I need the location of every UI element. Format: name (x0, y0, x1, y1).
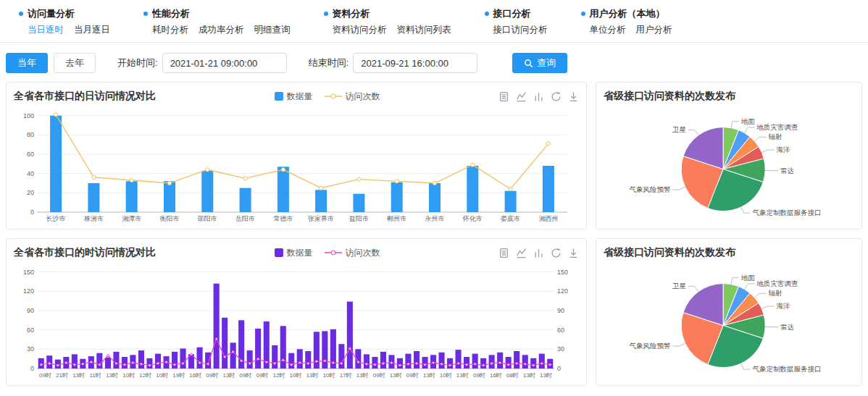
refresh-icon[interactable] (551, 91, 562, 102)
svg-text:湘潭市: 湘潭市 (122, 215, 141, 222)
data-view-icon[interactable] (498, 91, 509, 102)
download-icon[interactable] (568, 248, 579, 258)
pie-bottom-title: 省级接口访问资料的次数发布 (604, 246, 735, 259)
svg-text:雷达: 雷达 (780, 167, 794, 174)
svg-text:13时: 13时 (523, 372, 535, 379)
daily-chart-header: 全省各市接口的日访问情况对比 数据量访问次数 (14, 88, 579, 105)
bar-chart-icon[interactable] (533, 91, 544, 102)
nav-item[interactable]: 资料访问列表 (397, 24, 451, 36)
nav-item[interactable]: 接口访问分析 (493, 24, 548, 36)
line-chart-icon[interactable] (516, 91, 527, 102)
svg-text:10时: 10时 (290, 372, 302, 379)
nav-item[interactable]: 耗时分析 (152, 24, 188, 36)
daily-chart-title: 全省各市接口的日访问情况对比 (14, 90, 156, 103)
svg-text:20: 20 (27, 189, 34, 196)
this-year-button[interactable]: 当年 (6, 53, 48, 73)
nav-item[interactable]: 明细查询 (254, 24, 291, 36)
svg-text:湘西州: 湘西州 (538, 215, 558, 222)
svg-text:怀化市: 怀化市 (462, 215, 483, 222)
svg-text:60: 60 (27, 327, 34, 334)
svg-text:13时: 13时 (423, 372, 435, 379)
svg-text:30: 30 (27, 345, 34, 353)
search-button[interactable]: 查询 (512, 53, 567, 73)
svg-text:气象定制数据服务接口: 气象定制数据服务接口 (753, 208, 822, 216)
svg-text:卫星: 卫星 (672, 282, 687, 290)
legend-item[interactable]: 数据量 (275, 247, 313, 259)
nav-item[interactable]: 当月逐日 (74, 24, 110, 36)
svg-text:13时: 13时 (72, 372, 85, 379)
nav-section-title: 接口分析 (485, 7, 548, 20)
legend-item[interactable]: 访问次数 (325, 247, 380, 259)
nav-sub-links: 资料访问分析资料访问列表 (333, 24, 451, 36)
nav-section: 性能分析耗时分析成功率分析明细查询 (143, 7, 291, 36)
nav-section: 资料分析资料访问分析资料访问列表 (324, 7, 451, 36)
nav-item[interactable]: 资料访问分析 (333, 24, 387, 36)
svg-text:长沙市: 长沙市 (46, 215, 66, 222)
refresh-icon[interactable] (551, 248, 562, 258)
pie-chart-canvas-bottom: 地面地质灾害调查辐射海洋雷达气象定制数据服务接口气象风险预警卫星 (604, 261, 853, 380)
bullet-icon (143, 12, 148, 16)
nav-item[interactable]: 成功率分析 (199, 24, 244, 36)
svg-text:13时: 13时 (222, 372, 235, 379)
daily-chart-legend: 数据量访问次数 (275, 90, 380, 103)
svg-text:90: 90 (557, 307, 564, 314)
svg-text:150: 150 (557, 269, 568, 276)
line-chart-icon[interactable] (516, 248, 527, 258)
svg-text:益阳市: 益阳市 (349, 215, 369, 222)
filter-bar: 当年 去年 开始时间: 结束时间: 查询 (0, 43, 868, 73)
svg-text:株洲市: 株洲市 (84, 215, 104, 222)
svg-text:16时: 16时 (490, 372, 502, 379)
svg-text:60: 60 (557, 327, 564, 334)
svg-text:09时: 09时 (473, 372, 485, 379)
nav-sub-links: 接口访问分析 (493, 24, 548, 36)
nav-section-title: 访问量分析 (19, 7, 110, 20)
search-button-label: 查询 (537, 56, 556, 69)
last-year-button[interactable]: 去年 (54, 53, 96, 73)
svg-text:09时: 09时 (206, 372, 218, 379)
svg-text:13时: 13时 (390, 372, 402, 379)
nav-sub-links: 单位分析用户分析 (590, 24, 672, 36)
legend-item[interactable]: 访问次数 (325, 90, 380, 103)
nav-section-title-text: 性能分析 (152, 7, 190, 20)
bullet-icon (581, 12, 585, 16)
svg-text:衡阳市: 衡阳市 (160, 215, 180, 222)
nav-sub-links: 耗时分析成功率分析明细查询 (152, 24, 291, 36)
pie-top-header: 省级接口访问资料的次数发布 (604, 88, 854, 105)
hourly-chart-toolbox (498, 248, 579, 258)
svg-text:10时: 10时 (122, 372, 135, 379)
svg-text:120: 120 (23, 287, 34, 295)
svg-text:13时: 13时 (540, 372, 552, 379)
nav-sub-links: 当日逐时当月逐日 (28, 24, 110, 36)
svg-text:21时: 21时 (56, 372, 68, 379)
svg-text:张家界市: 张家界市 (308, 215, 334, 222)
svg-text:邵阳市: 邵阳市 (198, 215, 217, 222)
bar-chart-icon[interactable] (533, 248, 544, 258)
nav-section-title: 用户分析（本地） (581, 7, 672, 20)
svg-text:雷达: 雷达 (780, 323, 794, 331)
download-icon[interactable] (568, 91, 579, 102)
nav-item[interactable]: 当日逐时 (28, 24, 64, 36)
svg-text:30: 30 (557, 345, 564, 353)
top-nav: 访问量分析当日逐时当月逐日性能分析耗时分析成功率分析明细查询资料分析资料访问分析… (0, 0, 868, 43)
svg-text:09时: 09时 (406, 372, 419, 379)
svg-text:90: 90 (27, 307, 34, 314)
nav-section-title-text: 访问量分析 (28, 7, 75, 20)
legend-label: 访问次数 (346, 247, 380, 259)
end-time-label: 结束时间: (309, 56, 349, 69)
svg-text:09时: 09时 (39, 372, 51, 379)
start-time-input[interactable] (162, 53, 287, 73)
nav-item[interactable]: 单位分析 (590, 24, 626, 36)
svg-text:13时: 13时 (106, 372, 118, 379)
nav-section-title: 性能分析 (143, 7, 291, 20)
end-time-input[interactable] (353, 53, 477, 73)
svg-text:气象风险预警: 气象风险预警 (630, 185, 672, 193)
legend-item[interactable]: 数据量 (275, 90, 313, 103)
nav-item[interactable]: 用户分析 (636, 24, 672, 36)
svg-text:10时: 10时 (323, 372, 335, 379)
svg-text:地质灾害调查: 地质灾害调查 (756, 279, 798, 287)
hourly-bar-line-chart-canvas: 0030306060909012012015015009时21时13时11时13… (14, 261, 577, 380)
svg-text:12时: 12时 (139, 372, 151, 379)
svg-text:100: 100 (23, 112, 34, 119)
svg-text:40: 40 (27, 170, 34, 177)
data-view-icon[interactable] (498, 248, 509, 258)
